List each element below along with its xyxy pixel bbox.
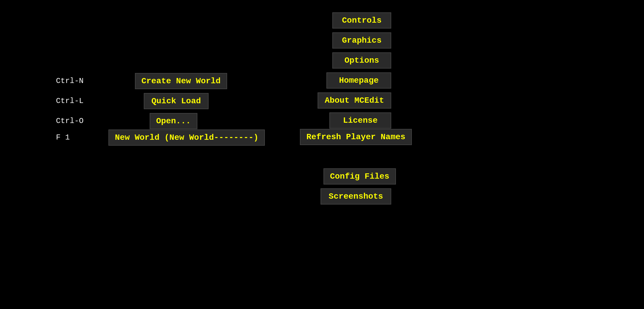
controls-button[interactable]: Controls bbox=[332, 12, 391, 29]
shortcut-ctrl-l: Ctrl-L bbox=[56, 97, 84, 105]
shortcut-ctrl-n: Ctrl-N bbox=[56, 77, 84, 85]
new-world-button[interactable]: New World (New World--------) bbox=[108, 129, 265, 146]
screenshots-button[interactable]: Screenshots bbox=[321, 188, 391, 205]
create-new-world-button[interactable]: Create New World bbox=[135, 73, 227, 89]
open-button[interactable]: Open... bbox=[150, 113, 197, 129]
quick-load-button[interactable]: Quick Load bbox=[144, 93, 209, 109]
config-files-button[interactable]: Config Files bbox=[323, 168, 396, 185]
options-button[interactable]: Options bbox=[332, 52, 391, 69]
about-button[interactable]: About MCEdit bbox=[318, 92, 391, 109]
homepage-button[interactable]: Homepage bbox=[326, 72, 391, 89]
license-button[interactable]: License bbox=[329, 112, 391, 129]
graphics-button[interactable]: Graphics bbox=[332, 32, 391, 49]
refresh-player-names-button[interactable]: Refresh Player Names bbox=[300, 129, 412, 145]
shortcut-f1: F 1 bbox=[56, 133, 70, 142]
shortcut-ctrl-o: Ctrl-O bbox=[56, 117, 84, 125]
